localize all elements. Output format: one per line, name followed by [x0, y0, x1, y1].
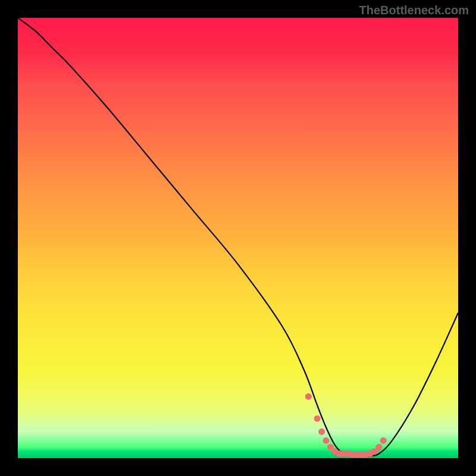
optimal-zone-markers	[305, 393, 387, 458]
optimal-marker	[318, 428, 325, 435]
optimal-marker	[314, 415, 321, 422]
optimal-marker	[380, 437, 387, 444]
chart-svg	[18, 18, 458, 458]
optimal-marker	[375, 444, 382, 450]
watermark-text: TheBottleneck.com	[359, 4, 469, 17]
optimal-marker	[323, 437, 330, 444]
plot-area	[18, 18, 458, 458]
optimal-marker	[305, 393, 312, 400]
bottleneck-curve	[18, 18, 458, 456]
